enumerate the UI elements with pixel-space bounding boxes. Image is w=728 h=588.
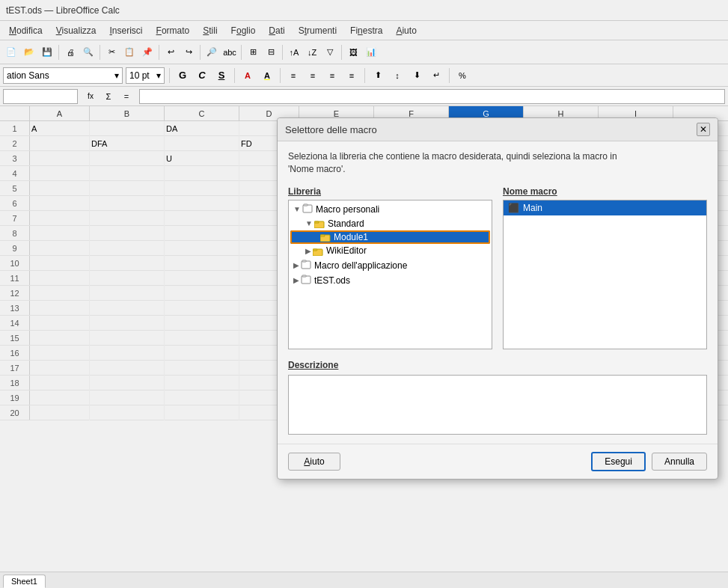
sheet-tab-1[interactable]: Sheet1 bbox=[3, 575, 46, 588]
number-format-button[interactable]: % bbox=[454, 67, 471, 84]
cell-reference-input[interactable] bbox=[3, 89, 78, 104]
description-label: Descrizione bbox=[288, 360, 707, 370]
cancel-button[interactable]: Annulla bbox=[652, 453, 707, 471]
macro-item-main[interactable]: ⬛ Main bbox=[504, 200, 706, 215]
macro-list[interactable]: ⬛ Main bbox=[503, 200, 707, 349]
tree-item-macro-applicazione[interactable]: ▶ Macro dell'applicazione bbox=[290, 258, 490, 273]
tree-item-macro-personali[interactable]: ▼ Macro personali bbox=[290, 202, 490, 217]
icon-standard bbox=[314, 218, 325, 229]
toolbar-sep-5 bbox=[241, 45, 242, 60]
align-right-button[interactable]: ≡ bbox=[324, 67, 340, 84]
description-section: Descrizione bbox=[288, 360, 707, 435]
cell-c2[interactable] bbox=[165, 136, 239, 151]
menu-foglio[interactable]: Foglio bbox=[225, 24, 262, 37]
save-button[interactable]: 💾 bbox=[39, 44, 55, 61]
tree-item-test-ods[interactable]: ▶ tEST.ods bbox=[290, 273, 490, 288]
menu-formato[interactable]: Formato bbox=[150, 24, 196, 37]
help-button[interactable]: Aiuto bbox=[288, 453, 340, 471]
corner-cell bbox=[0, 106, 30, 120]
col-header-b[interactable]: B bbox=[90, 106, 165, 121]
underline-button[interactable]: S bbox=[213, 67, 230, 84]
open-button[interactable]: 📂 bbox=[21, 44, 37, 61]
align-left-button[interactable]: ≡ bbox=[285, 67, 302, 84]
sheet-tabs: Sheet1 bbox=[0, 572, 728, 588]
formula-button[interactable]: = bbox=[118, 88, 135, 105]
menu-finestra[interactable]: Finestra bbox=[344, 24, 388, 37]
toolbar-sep-3 bbox=[159, 45, 159, 60]
menu-stili[interactable]: Stili bbox=[197, 24, 223, 37]
sum-button[interactable]: Σ bbox=[100, 88, 117, 105]
tree-item-module1[interactable]: Module1 bbox=[290, 230, 490, 244]
find-button[interactable]: 🔎 bbox=[204, 44, 220, 61]
highlight-button[interactable]: A bbox=[259, 67, 275, 84]
formula-input[interactable] bbox=[139, 89, 725, 104]
macro-name-label: Nome macro bbox=[503, 186, 707, 197]
col-header-c[interactable]: C bbox=[165, 106, 239, 121]
icon-module1 bbox=[320, 232, 331, 242]
menu-visualizza[interactable]: Visualizza bbox=[50, 24, 103, 37]
dialog-title-bar[interactable]: Selettore delle macro ✕ bbox=[278, 118, 718, 141]
run-button[interactable]: Esegui bbox=[591, 452, 646, 471]
filter-button[interactable]: ▽ bbox=[322, 44, 338, 61]
library-tree[interactable]: ▼ Macro personali bbox=[288, 200, 492, 349]
sort-asc-button[interactable]: ↑A bbox=[286, 44, 302, 61]
spellcheck-button[interactable]: abc bbox=[221, 44, 238, 61]
function-wizard-button[interactable]: fx bbox=[82, 88, 99, 105]
redo-button[interactable]: ↪ bbox=[180, 44, 197, 61]
font-name-select[interactable]: ation Sans ▾ bbox=[3, 67, 123, 84]
bold-button[interactable]: G bbox=[174, 67, 191, 84]
font-size-select[interactable]: 10 pt ▾ bbox=[126, 67, 165, 84]
italic-button[interactable]: C bbox=[194, 67, 210, 84]
preview-button[interactable]: 🔍 bbox=[80, 44, 97, 61]
cell-b3[interactable] bbox=[90, 151, 165, 166]
menu-strumenti[interactable]: Strumenti bbox=[293, 24, 343, 37]
table-button[interactable]: ⊞ bbox=[245, 44, 261, 61]
valign-top-button[interactable]: ⬆ bbox=[370, 67, 386, 84]
valign-bot-button[interactable]: ⬇ bbox=[409, 67, 425, 84]
menu-dati[interactable]: Dati bbox=[263, 24, 290, 37]
toolbar-1: 📄 📂 💾 🖨 🔍 ✂ 📋 📌 ↩ ↪ 🔎 abc ⊞ ⊟ ↑A ↓Z ▽ 🖼 … bbox=[0, 40, 728, 64]
cut-button[interactable]: ✂ bbox=[103, 44, 120, 61]
cell-a2[interactable] bbox=[30, 136, 90, 151]
menu-inserisci[interactable]: Inserisci bbox=[104, 24, 149, 37]
image-button[interactable]: 🖼 bbox=[345, 44, 361, 61]
col-header-a[interactable]: A bbox=[30, 106, 90, 121]
icon-wikieditor bbox=[313, 245, 323, 256]
svg-rect-7 bbox=[313, 249, 317, 251]
tree-item-wikieditor[interactable]: ▶ WikiEditor bbox=[290, 244, 490, 257]
new-button[interactable]: 📄 bbox=[3, 44, 19, 61]
cell-a1[interactable]: A bbox=[30, 121, 90, 136]
icon-test-ods bbox=[301, 275, 311, 287]
font-name-arrow: ▾ bbox=[114, 70, 119, 81]
icon-macro-personali bbox=[302, 203, 313, 215]
expand-macro-personali: ▼ bbox=[293, 205, 301, 213]
chart-button[interactable]: 📊 bbox=[363, 44, 379, 61]
align-center-button[interactable]: ≡ bbox=[305, 67, 321, 84]
print-button[interactable]: 🖨 bbox=[62, 44, 79, 61]
font-color-button[interactable]: A bbox=[239, 67, 256, 84]
toolbar-sep-7 bbox=[341, 45, 342, 60]
font-size-arrow: ▾ bbox=[156, 70, 161, 81]
sort-desc-button[interactable]: ↓Z bbox=[304, 44, 320, 61]
tree-item-standard[interactable]: ▼ Standard bbox=[290, 217, 490, 230]
paste-button[interactable]: 📌 bbox=[139, 44, 156, 61]
dialog-close-button[interactable]: ✕ bbox=[697, 123, 710, 136]
wrap-button[interactable]: ↵ bbox=[428, 67, 444, 84]
columns-button[interactable]: ⊟ bbox=[263, 44, 279, 61]
cell-b1[interactable] bbox=[90, 121, 165, 136]
label-macro-applicazione: Macro dell'applicazione bbox=[314, 260, 407, 271]
cell-a3[interactable] bbox=[30, 151, 90, 166]
cell-c1[interactable]: DA bbox=[165, 121, 239, 136]
cell-b2[interactable]: DFA bbox=[90, 136, 165, 151]
cell-c3[interactable]: U bbox=[165, 151, 239, 166]
dialog-columns: Libreria ▼ bbox=[288, 186, 707, 349]
formula-bar: fx Σ = bbox=[0, 87, 728, 106]
menu-modifica[interactable]: Modifica bbox=[3, 24, 49, 37]
align-justify-button[interactable]: ≡ bbox=[343, 67, 360, 84]
undo-button[interactable]: ↩ bbox=[162, 44, 179, 61]
dialog-body: Seleziona la libreria che contiene la ma… bbox=[278, 141, 718, 444]
svg-rect-1 bbox=[304, 204, 308, 206]
valign-mid-button[interactable]: ↕ bbox=[389, 67, 406, 84]
copy-button[interactable]: 📋 bbox=[121, 44, 138, 61]
menu-aiuto[interactable]: Aiuto bbox=[390, 24, 422, 37]
